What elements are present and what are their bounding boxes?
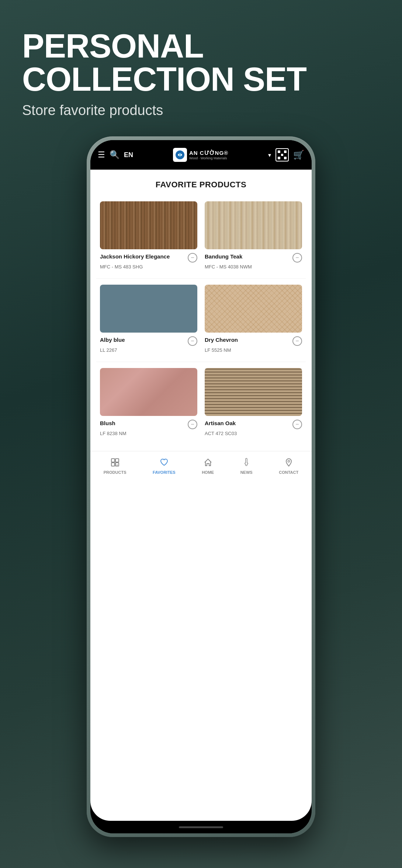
product-card-6[interactable]: Artisan Oak − ACT 472 SC03 [201, 364, 306, 444]
product-code-2: MFC - MS 4038 NWM [205, 264, 252, 270]
nav-item-news[interactable]: NEWS [240, 458, 253, 475]
product-image-4 [205, 285, 302, 333]
row-divider-1 [96, 278, 306, 279]
logo-sub: Wood · Working Materials [189, 156, 228, 160]
product-code-6: ACT 472 SC03 [205, 431, 237, 436]
svg-point-4 [117, 464, 118, 465]
bottom-navigation: PRODUCTS FAVORITES [90, 451, 312, 484]
nav-label-contact: CONTACT [279, 470, 298, 475]
page-title: FAVORITE PRODUCTS [90, 170, 312, 197]
product-name-5: Blush [100, 420, 186, 427]
cart-icon[interactable]: 🛒 [293, 150, 304, 160]
menu-icon[interactable]: ☰ [98, 150, 105, 160]
qr-code-icon[interactable] [275, 148, 289, 162]
svg-point-6 [288, 460, 290, 462]
nav-label-news: NEWS [240, 470, 253, 475]
product-name-6: Artisan Oak [205, 420, 290, 427]
nav-label-products: PRODUCTS [104, 470, 127, 475]
product-image-3 [100, 285, 197, 333]
row-divider-2 [96, 362, 306, 362]
logo-name: AN CƯỜNG® [189, 150, 228, 156]
news-icon [242, 458, 251, 469]
product-card-1[interactable]: Jackson Hickory Elegance − MFC - MS 483 … [96, 197, 201, 277]
product-code-3: LL 2267 [100, 347, 117, 353]
product-card-5[interactable]: Blush − LF 8238 NM [96, 364, 201, 444]
hero-section: PERSONAL COLLECTION SET Store favorite p… [22, 29, 306, 118]
nav-item-home[interactable]: HOME [202, 458, 214, 475]
page-content: FAVORITE PRODUCTS Jackson Hickory Elegan… [90, 170, 312, 821]
product-card-2[interactable]: Bandung Teak − MFC - MS 4038 NWM [201, 197, 306, 277]
home-bar [179, 826, 223, 828]
app-logo: AN CƯỜNG® Wood · Working Materials [138, 148, 264, 162]
app-topbar: ☰ 🔍 EN AN CƯỜNG® Wood · Working Material… [90, 140, 312, 170]
svg-rect-1 [111, 459, 115, 462]
hero-title: PERSONAL COLLECTION SET [22, 29, 306, 96]
nav-label-favorites: FAVORITES [153, 470, 176, 475]
product-name-2: Bandung Teak [205, 253, 290, 260]
home-icon [203, 458, 213, 469]
remove-button-6[interactable]: − [292, 420, 302, 429]
language-selector[interactable]: EN [124, 151, 133, 159]
product-code-4: LF 5525 NM [205, 347, 231, 353]
product-image-1 [100, 201, 197, 249]
product-image-5 [100, 368, 197, 416]
remove-button-5[interactable]: − [188, 420, 197, 429]
product-image-2 [205, 201, 302, 249]
svg-rect-2 [115, 459, 119, 462]
remove-button-1[interactable]: − [188, 253, 197, 263]
product-image-6 [205, 368, 302, 416]
remove-button-3[interactable]: − [188, 336, 197, 346]
product-name-3: Alby blue [100, 336, 186, 344]
remove-button-4[interactable]: − [292, 336, 302, 346]
home-indicator [90, 821, 312, 833]
favorites-icon [159, 458, 169, 469]
product-card-4[interactable]: Dry Chevron − LF 5525 NM [201, 280, 306, 360]
product-name-1: Jackson Hickory Elegance [100, 253, 186, 260]
nav-item-favorites[interactable]: FAVORITES [153, 458, 176, 475]
remove-button-2[interactable]: − [292, 253, 302, 263]
products-icon [110, 458, 120, 469]
search-icon[interactable]: 🔍 [110, 150, 119, 160]
svg-rect-3 [111, 463, 115, 466]
product-code-5: LF 8238 NM [100, 431, 127, 436]
product-name-4: Dry Chevron [205, 336, 290, 344]
products-grid: Jackson Hickory Elegance − MFC - MS 483 … [90, 197, 312, 444]
product-card-3[interactable]: Alby blue − LL 2267 [96, 280, 201, 360]
nav-label-home: HOME [202, 470, 214, 475]
contact-icon [284, 458, 294, 469]
phone-device: ☰ 🔍 EN AN CƯỜNG® Wood · Working Material… [87, 136, 315, 837]
logo-icon [173, 148, 187, 162]
hero-subtitle: Store favorite products [22, 103, 306, 118]
nav-item-contact[interactable]: CONTACT [279, 458, 298, 475]
logo-chevron-icon[interactable]: ▾ [268, 152, 271, 159]
nav-item-products[interactable]: PRODUCTS [104, 458, 127, 475]
product-code-1: MFC - MS 483 SHG [100, 264, 143, 270]
